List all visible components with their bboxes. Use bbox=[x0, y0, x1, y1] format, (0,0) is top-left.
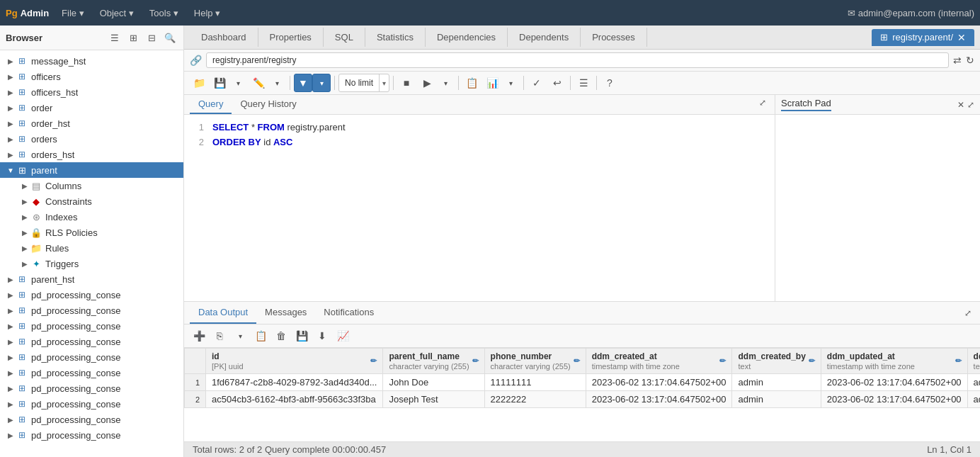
sidebar-item-pd7[interactable]: ▶ ⊞ pd_processing_conse bbox=[0, 380, 183, 396]
scratch-pad-expand[interactable]: ⤢ bbox=[967, 100, 974, 110]
sidebar-item-constraints[interactable]: ▶ ◆ Constraints bbox=[0, 193, 183, 209]
sidebar-icon-grid[interactable]: ⊞ bbox=[125, 30, 141, 45]
tab-query-editor[interactable]: ⊞ registry.parent/ ✕ bbox=[872, 29, 974, 46]
code-editor[interactable]: 1 SELECT * FROM registry.parent 2 ORDER … bbox=[184, 115, 775, 301]
tab-properties[interactable]: Properties bbox=[258, 28, 324, 47]
commit-button[interactable]: ✓ bbox=[528, 74, 546, 92]
sidebar-item-officers[interactable]: ▶ ⊞ officers bbox=[0, 69, 183, 84]
col-header-ddm-created-by[interactable]: ddm_created_by text ✏ bbox=[732, 349, 821, 374]
col-edit-id[interactable]: ✏ bbox=[370, 356, 377, 366]
filter-dropdown-button[interactable]: ▾ bbox=[312, 74, 331, 92]
sidebar-item-triggers[interactable]: ▶ ✦ Triggers bbox=[0, 256, 183, 271]
col-header-ddm-updated-at[interactable]: ddm_updated_at timestamp with time zone … bbox=[821, 349, 967, 374]
sidebar-item-orders[interactable]: ▶ ⊞ orders bbox=[0, 131, 183, 147]
tab-messages[interactable]: Messages bbox=[256, 302, 315, 324]
cell-ddm-created-by-2[interactable]: admin bbox=[732, 391, 821, 408]
tab-dashboard[interactable]: Dashboard bbox=[190, 28, 258, 47]
sidebar-item-rls[interactable]: ▶ 🔒 RLS Policies bbox=[0, 225, 183, 240]
sidebar-item-columns[interactable]: ▶ ▤ Columns bbox=[0, 178, 183, 193]
sidebar-item-pd10[interactable]: ▶ ⊞ pd_processing_conse bbox=[0, 427, 183, 443]
cell-ddm-created-at-1[interactable]: 2023-06-02 13:17:04.647502+00 bbox=[586, 374, 732, 391]
sidebar-item-order[interactable]: ▶ ⊞ order bbox=[0, 100, 183, 115]
tab-statistics[interactable]: Statistics bbox=[365, 28, 426, 47]
tab-dependents[interactable]: Dependents bbox=[508, 28, 581, 47]
edit-dropdown-button[interactable]: ▾ bbox=[268, 74, 286, 92]
explain-button[interactable]: 📋 bbox=[462, 74, 481, 92]
cell-ddm-updated-by-2[interactable]: admin bbox=[967, 391, 980, 408]
delete-button[interactable]: 🗑 bbox=[272, 327, 290, 345]
col-edit-ddm-created-at[interactable]: ✏ bbox=[719, 356, 726, 366]
cell-phone-1[interactable]: 11111111 bbox=[484, 374, 586, 391]
sidebar-item-pd1[interactable]: ▶ ⊞ pd_processing_conse bbox=[0, 287, 183, 303]
cell-ddm-updated-at-1[interactable]: 2023-06-02 13:17:04.647502+00 bbox=[821, 374, 967, 391]
cell-fullname-1[interactable]: John Doe bbox=[383, 374, 484, 391]
col-header-ddm-created-at[interactable]: ddm_created_at timestamp with time zone … bbox=[586, 349, 732, 374]
tab-close-button[interactable]: ✕ bbox=[957, 32, 966, 43]
cell-ddm-updated-by-1[interactable]: admin bbox=[967, 374, 980, 391]
expand-editor-button[interactable]: ⤢ bbox=[756, 95, 769, 114]
url-refresh-icon[interactable]: ↻ bbox=[966, 55, 974, 66]
menu-file[interactable]: File ▾ bbox=[55, 5, 91, 21]
tab-notifications[interactable]: Notifications bbox=[315, 302, 382, 324]
sidebar-item-order-hst[interactable]: ▶ ⊞ order_hst bbox=[0, 115, 183, 131]
open-file-button[interactable]: 📁 bbox=[190, 74, 208, 92]
tab-sql[interactable]: SQL bbox=[324, 28, 365, 47]
tab-query[interactable]: Query bbox=[190, 95, 232, 114]
expand-bottom-button[interactable]: ⤢ bbox=[962, 305, 974, 321]
sidebar-item-parent[interactable]: ▼ ⊞ parent bbox=[0, 162, 183, 178]
tab-dependencies[interactable]: Dependencies bbox=[426, 28, 508, 47]
col-header-ddm-updated-by[interactable]: ddm_updated_by text ✏ bbox=[967, 349, 980, 374]
limit-dropdown[interactable]: No limit ▾ bbox=[338, 74, 389, 92]
save-data-button[interactable]: 💾 bbox=[292, 327, 311, 345]
sidebar-item-indexes[interactable]: ▶ ⊛ Indexes bbox=[0, 209, 183, 225]
cell-id-1[interactable]: 1fd67847-c2b8-4029-8792-3ad4d340d... bbox=[206, 374, 383, 391]
tab-query-history[interactable]: Query History bbox=[232, 95, 304, 114]
explain-analyze-button[interactable]: 📊 bbox=[483, 74, 501, 92]
sidebar-icon-list[interactable]: ☰ bbox=[107, 30, 122, 45]
save-dropdown-button[interactable]: ▾ bbox=[229, 74, 247, 92]
execute-button[interactable]: ▶ bbox=[418, 74, 436, 92]
download-button[interactable]: ⬇ bbox=[313, 327, 331, 345]
help-button[interactable]: ? bbox=[600, 74, 619, 92]
menu-object[interactable]: Object ▾ bbox=[93, 5, 141, 21]
col-edit-fullname[interactable]: ✏ bbox=[472, 356, 479, 366]
sidebar-item-pd9[interactable]: ▶ ⊞ pd_processing_conse bbox=[0, 412, 183, 427]
edit-button[interactable]: ✏️ bbox=[249, 74, 268, 92]
cell-phone-2[interactable]: 2222222 bbox=[484, 391, 586, 408]
sidebar-item-pd2[interactable]: ▶ ⊞ pd_processing_conse bbox=[0, 303, 183, 318]
data-table-container[interactable]: id [PK] uuid ✏ parent_full_name bbox=[184, 348, 980, 441]
cell-ddm-created-at-2[interactable]: 2023-06-02 13:17:04.647502+00 bbox=[586, 391, 732, 408]
stop-button[interactable]: ■ bbox=[397, 74, 416, 92]
macros-button[interactable]: ☰ bbox=[574, 74, 593, 92]
copy-button[interactable]: ⎘ bbox=[210, 327, 229, 345]
sidebar-item-pd5[interactable]: ▶ ⊞ pd_processing_conse bbox=[0, 349, 183, 365]
sidebar-item-pd3[interactable]: ▶ ⊞ pd_processing_conse bbox=[0, 318, 183, 334]
col-header-phone[interactable]: phone_number character varying (255) ✏ bbox=[484, 349, 586, 374]
copy-dropdown-button[interactable]: ▾ bbox=[231, 327, 249, 345]
save-button[interactable]: 💾 bbox=[210, 74, 229, 92]
cell-id-2[interactable]: ac504cb3-6162-4bf3-abff-95663c33f3ba bbox=[206, 391, 383, 408]
sidebar-item-message-hst[interactable]: ▶ ⊞ message_hst bbox=[0, 53, 183, 69]
menu-help[interactable]: Help ▾ bbox=[187, 5, 227, 21]
menu-tools[interactable]: Tools ▾ bbox=[142, 5, 186, 21]
col-edit-ddm-created-by[interactable]: ✏ bbox=[809, 356, 815, 366]
tab-processes[interactable]: Processes bbox=[581, 28, 647, 47]
sidebar-item-officers-hst[interactable]: ▶ ⊞ officers_hst bbox=[0, 84, 183, 100]
filter-button[interactable]: ▼ bbox=[294, 74, 312, 92]
sidebar-item-orders-hst[interactable]: ▶ ⊞ orders_hst bbox=[0, 147, 183, 162]
tab-data-output[interactable]: Data Output bbox=[190, 302, 256, 324]
paste-button[interactable]: 📋 bbox=[251, 327, 270, 345]
cell-ddm-created-by-1[interactable]: admin bbox=[732, 374, 821, 391]
url-input[interactable] bbox=[206, 52, 949, 68]
col-header-id[interactable]: id [PK] uuid ✏ bbox=[206, 349, 383, 374]
sidebar-item-rules[interactable]: ▶ 📁 Rules bbox=[0, 240, 183, 256]
add-row-button[interactable]: ➕ bbox=[190, 327, 208, 345]
scratch-pad-body[interactable] bbox=[775, 115, 980, 301]
scratch-pad-close[interactable]: ✕ bbox=[957, 100, 964, 110]
cell-ddm-updated-at-2[interactable]: 2023-06-02 13:17:04.647502+00 bbox=[821, 391, 967, 408]
sidebar-item-pd6[interactable]: ▶ ⊞ pd_processing_conse bbox=[0, 365, 183, 380]
col-header-fullname[interactable]: parent_full_name character varying (255)… bbox=[383, 349, 484, 374]
chart-button[interactable]: 📈 bbox=[334, 327, 352, 345]
sidebar-item-pd4[interactable]: ▶ ⊞ pd_processing_conse bbox=[0, 334, 183, 349]
col-edit-phone[interactable]: ✏ bbox=[574, 356, 580, 366]
